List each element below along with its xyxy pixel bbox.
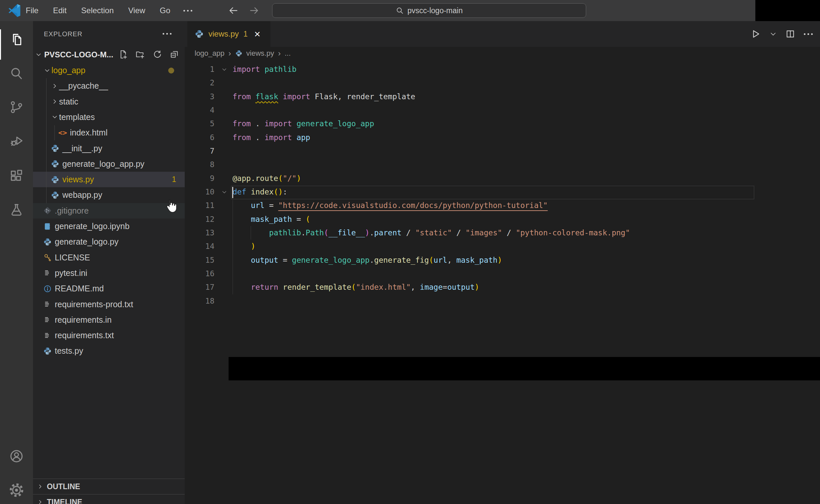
tree-file-.gitignore[interactable]: .gitignore [33,203,185,219]
explorer-icon[interactable] [0,23,33,55]
code-line-5[interactable]: 5from . import generate_logo_app [185,117,820,131]
tree-file-generate_logo.py[interactable]: generate_logo.py [33,234,185,250]
command-center-search[interactable]: pvscc-logo-main [272,3,586,18]
tree-file-pytest.ini[interactable]: pytest.ini [33,265,185,281]
tree-file-views.py[interactable]: views.py1 [33,172,185,187]
mouse-hand-cursor [162,197,179,214]
fold-chevron-icon[interactable] [218,185,231,199]
code-line-13[interactable]: 13 pathlib.Path(__file__).parent / "stat… [185,226,820,240]
forward-arrow-button[interactable] [249,5,260,16]
code-text: @app.route("/") [232,172,301,185]
menu-file[interactable]: File [22,5,43,16]
menu-go[interactable]: Go [156,5,174,16]
tree-file-__init__.py[interactable]: __init__.py [33,141,185,156]
list-file-icon [43,268,52,278]
account-icon[interactable] [0,440,33,472]
tree-file-webapp.py[interactable]: webapp.py [33,187,185,203]
code-line-18[interactable]: 18 [185,294,820,308]
line-number: 18 [185,294,214,308]
breadcrumb-item[interactable]: views.py [246,49,274,58]
editor-more-actions-icon[interactable] [804,33,813,35]
tab-close-icon[interactable]: × [254,29,260,39]
back-arrow-button[interactable] [228,5,239,16]
code-text: url = "https://code.visualstudio.com/doc… [232,199,548,212]
tree-file-generate_logo_app.py[interactable]: generate_logo_app.py [33,156,185,172]
tree-file-requirements.txt[interactable]: requirements.txt [33,328,185,343]
tree-folder-__pycache__[interactable]: __pycache__ [33,78,185,94]
line-number: 14 [185,240,214,253]
extensions-icon[interactable] [0,160,33,192]
new-folder-icon[interactable] [135,49,145,59]
menu-edit[interactable]: Edit [49,5,71,16]
refresh-icon[interactable] [152,49,162,59]
code-line-7[interactable]: 7 [185,144,820,158]
timeline-section-header[interactable]: TIMELINE [33,494,185,504]
tab-problems-badge: 1 [243,30,248,39]
source-control-icon[interactable] [0,91,33,123]
python-file-icon [50,191,60,200]
chevron-down-icon [50,113,59,121]
tree-item-label: templates [59,112,95,122]
explorer-header: EXPLORER [33,21,185,47]
new-file-icon[interactable] [118,49,128,59]
tree-item-label: LICENSE [55,253,90,262]
tab-views-py[interactable]: views.py 1 × [187,21,270,47]
editor-group: views.py 1 × logo_app›views.py›... 1impo… [185,21,820,504]
tree-item-label: index.html [70,128,107,137]
tree-file-requirements-prod.txt[interactable]: requirements-prod.txt [33,297,185,312]
search-view-icon[interactable] [0,57,33,89]
run-dropdown-chevron-icon[interactable] [770,30,777,38]
tab-strip: views.py 1 × [185,21,820,47]
line-number: 12 [185,213,214,226]
code-line-2[interactable]: 2 [185,76,820,90]
code-line-1[interactable]: 1import pathlib [185,63,820,76]
code-line-14[interactable]: 14 ) [185,240,820,253]
run-debug-icon[interactable] [0,125,33,157]
testing-icon[interactable] [0,194,33,226]
tree-folder-logo_app[interactable]: logo_app [33,63,185,78]
explorer-more-actions-icon[interactable] [163,33,171,35]
tree-folder-static[interactable]: static [33,94,185,109]
split-editor-icon[interactable] [785,29,795,39]
python-file-icon [50,175,60,184]
collapse-all-icon[interactable] [169,49,179,59]
settings-gear-icon[interactable] [0,474,33,504]
fold-chevron-icon[interactable] [218,63,231,76]
line-number: 17 [185,281,214,294]
vscode-logo-icon [8,4,21,17]
code-line-8[interactable]: 8 [185,158,820,171]
tree-file-requirements.in[interactable]: requirements.in [33,312,185,328]
code-line-16[interactable]: 16 [185,267,820,281]
code-line-4[interactable]: 4 [185,104,820,117]
tree-file-tests.py[interactable]: tests.py [33,343,185,359]
menu-selection[interactable]: Selection [77,5,118,16]
outline-section-header[interactable]: OUTLINE [33,479,185,494]
breadcrumb-item[interactable]: ... [285,49,290,58]
line-number: 1 [185,63,214,76]
code-line-17[interactable]: 17 return render_template("index.html", … [185,281,820,294]
tree-file-index.html[interactable]: <>index.html [33,125,185,140]
code-line-12[interactable]: 12 mask_path = ( [185,213,820,226]
line-number: 15 [185,253,214,267]
list-file-icon [43,300,52,309]
code-line-6[interactable]: 6from . import app [185,131,820,144]
breadcrumb-item[interactable]: logo_app [195,49,225,58]
line-number: 10 [185,185,214,199]
code-line-15[interactable]: 15 output = generate_logo_app.generate_f… [185,253,820,267]
menu-more-icon[interactable] [183,10,192,12]
tree-file-generate_logo.ipynb[interactable]: generate_logo.ipynb [33,219,185,234]
info-file-icon [43,284,52,293]
tree-file-README.md[interactable]: README.md [33,281,185,296]
code-text: from flask import Flask, render_template [232,90,415,104]
menu-view[interactable]: View [124,5,149,16]
code-line-3[interactable]: 3from flask import Flask, render_templat… [185,90,820,104]
code-line-11[interactable]: 11 url = "https://code.visualstudio.com/… [185,199,820,212]
title-bar: FileEditSelectionViewGo pvscc-logo-main [0,0,820,21]
run-python-file-icon[interactable] [750,29,761,39]
tree-file-LICENSE[interactable]: LICENSE [33,250,185,265]
code-line-9[interactable]: 9@app.route("/") [185,172,820,185]
code-line-10[interactable]: 10def index(): [185,185,820,199]
breadcrumb-separator: › [278,49,281,58]
tree-folder-templates[interactable]: templates [33,109,185,125]
chevron-down-icon [43,67,51,74]
